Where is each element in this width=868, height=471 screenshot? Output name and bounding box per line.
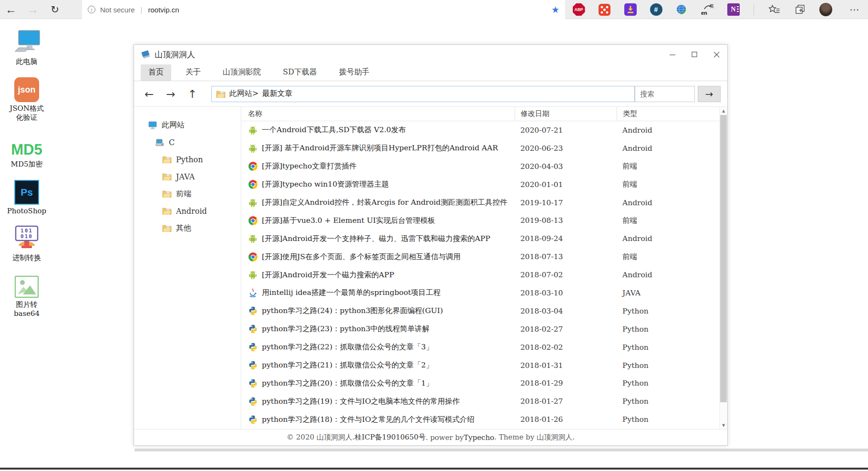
column-header-date[interactable]: 修改日期 xyxy=(515,107,617,121)
desktop-label: 化验证 xyxy=(16,113,38,122)
table-row[interactable]: python学习之路(23)：python3中的线程简单讲解 2018-02-2… xyxy=(241,320,727,338)
globe-extension-icon[interactable] xyxy=(675,3,688,16)
menu-tab[interactable]: 首页 xyxy=(141,64,171,81)
tree-item-label: C xyxy=(169,138,175,147)
menu-tab[interactable]: 关于 xyxy=(178,64,208,81)
file-type-icon xyxy=(248,198,258,208)
article-type: JAVA xyxy=(617,289,727,297)
downloader-extension-icon[interactable] xyxy=(624,3,637,16)
article-title: [开源]Android开发一个支持种子、磁力、迅雷下载和磁力搜索的APP xyxy=(262,234,490,244)
browser-forward-button[interactable]: → xyxy=(22,0,44,19)
browser-refresh-button[interactable]: ↻ xyxy=(44,0,66,19)
close-button[interactable] xyxy=(705,45,727,64)
collections-icon[interactable] xyxy=(794,3,806,16)
table-row[interactable]: [开源]基于vue3.0 + Element UI实现后台管理模板 2019-0… xyxy=(241,211,727,230)
tree-item[interactable]: 前端 xyxy=(134,185,241,202)
translate-extension-icon[interactable]: 英 en xyxy=(701,3,714,16)
table-row[interactable]: [开源]自定义Android控件，封装Arcgis for Android测距测… xyxy=(241,194,727,212)
desktop-icon-json-formatter[interactable]: json JSON格式 化验证 xyxy=(10,74,44,122)
article-date: 2019-08-13 xyxy=(515,216,617,225)
column-header-name[interactable]: 名称 xyxy=(241,107,515,121)
nav-up-button[interactable]: ↑ xyxy=(188,88,197,100)
table-row[interactable]: python学习之路(24)：python3图形化界面编程(GUI) 2018-… xyxy=(241,302,727,320)
chrome-icon xyxy=(248,252,258,262)
table-row[interactable]: [开源]typecho win10资源管理器主题 2020-01-01 前端 xyxy=(241,176,727,194)
window-controls xyxy=(661,45,727,64)
chrome-icon xyxy=(248,162,258,171)
tree-item[interactable]: Python xyxy=(134,151,241,168)
table-row[interactable]: python学习之路(22)：抓取微信公众号的文章「3」 2018-02-02 … xyxy=(241,338,727,356)
breadcrumb-location[interactable]: 此网站> xyxy=(229,89,258,99)
nav-forward-button[interactable]: → xyxy=(166,88,175,100)
table-row[interactable]: [开源]Android开发一个磁力搜索的APP 2018-07-02 Andro… xyxy=(241,266,727,284)
table-row[interactable]: [开源]使用JS在多个页面、多个标签页面之间相互通信与调用 2018-07-13… xyxy=(241,248,727,266)
tree-item[interactable]: 此网站 xyxy=(134,116,241,134)
security-label: Not secure xyxy=(100,6,135,14)
maximize-button[interactable] xyxy=(683,45,705,64)
footer-text-part: Typecho xyxy=(464,433,494,442)
table-row[interactable]: python学习之路(20)：抓取微信公众号的文章「1」 2018-01-29 … xyxy=(241,374,727,392)
search-go-button[interactable]: → xyxy=(698,86,721,102)
browser-settings-menu-icon[interactable]: ⋯ xyxy=(845,4,864,15)
dice-extension-icon[interactable] xyxy=(598,3,611,16)
list-scrollbar[interactable]: ▲ ▼ xyxy=(719,107,727,429)
browser-toolbar: ← → ↻ i Not secure | rootvip.cn ★ ABP # xyxy=(0,0,868,19)
table-row[interactable]: 用intellij idea搭建一个最简单的springboot项目工程 201… xyxy=(241,284,727,302)
menu-tab[interactable]: SD下载器 xyxy=(275,64,325,81)
tree-item[interactable]: C xyxy=(134,134,241,151)
profile-avatar[interactable] xyxy=(819,3,832,16)
breadcrumb-page[interactable]: 最新文章 xyxy=(262,89,292,99)
table-row[interactable]: [开源] 基于Android开源车牌识别项目HyperLPR打包的Android… xyxy=(241,139,727,157)
address-bar[interactable]: i Not secure | rootvip.cn ★ xyxy=(82,0,565,19)
table-row[interactable]: 一个Android下载工具,SD下载器 V2.0发布 2020-07-21 An… xyxy=(241,121,727,139)
tree-item[interactable]: 其他 xyxy=(134,220,241,237)
menu-tab[interactable]: 拨号助手 xyxy=(331,64,377,81)
scroll-down-arrow[interactable]: ▼ xyxy=(720,421,727,429)
browser-back-button[interactable]: ← xyxy=(0,0,22,19)
desktop-icon-image-to-base64[interactable]: 图片转 base64 xyxy=(14,271,40,318)
adblock-extension-icon[interactable]: ABP xyxy=(572,3,585,16)
file-type-icon xyxy=(248,216,258,225)
tree-item[interactable]: JAVA xyxy=(134,168,241,185)
menu-tab[interactable]: 山顶洞影院 xyxy=(215,64,269,81)
table-row[interactable]: python学习之路(18)：文件与IO之常见的几个文件读写模式介绍 2018-… xyxy=(241,410,727,429)
computer-icon xyxy=(148,121,157,129)
article-title: [开源]基于vue3.0 + Element UI实现后台管理模板 xyxy=(262,216,435,226)
android-icon xyxy=(248,144,257,153)
tree-item-label: Android xyxy=(176,207,207,216)
desktop-icon-this-pc[interactable]: 此电脑 xyxy=(12,28,41,66)
desktop-icon-md5[interactable]: MD5 MD5加密 xyxy=(11,130,43,169)
tree-item[interactable]: Android xyxy=(134,202,241,220)
article-type: Python xyxy=(617,415,727,424)
article-date: 2018-01-27 xyxy=(515,397,617,406)
article-title: python学习之路(19)：文件与IO之电脑本地文件的常用操作 xyxy=(262,397,460,407)
article-date: 2018-02-02 xyxy=(515,343,617,352)
column-header-type[interactable]: 类型 xyxy=(617,107,719,121)
hashtag-extension-icon[interactable]: # xyxy=(650,3,662,16)
article-date: 2018-09-24 xyxy=(515,234,617,243)
onenote-extension-icon[interactable]: N xyxy=(727,3,740,16)
desktop-icon-photoshop[interactable]: Ps PhotoShop xyxy=(7,177,46,216)
table-row[interactable]: [开源]typecho文章打赏插件 2020-04-03 前端 xyxy=(241,157,727,176)
table-row[interactable]: python学习之路(21)：抓取微信公众号的文章「2」 2018-01-31 … xyxy=(241,356,727,375)
article-title: [开源]typecho文章打赏插件 xyxy=(262,161,356,171)
file-type-icon xyxy=(248,126,258,135)
nav-back-button[interactable]: ← xyxy=(145,88,154,100)
site-info-icon[interactable]: i xyxy=(88,6,95,13)
drive-icon xyxy=(155,138,165,147)
table-row[interactable]: python学习之路(19)：文件与IO之电脑本地文件的常用操作 2018-01… xyxy=(241,392,727,410)
file-rows: 一个Android下载工具,SD下载器 V2.0发布 2020-07-21 An… xyxy=(241,121,727,429)
scrollbar-thumb[interactable] xyxy=(720,115,727,402)
file-type-icon xyxy=(248,306,258,316)
search-input[interactable] xyxy=(635,86,695,102)
favorites-hub-icon[interactable] xyxy=(768,3,781,16)
scroll-up-arrow[interactable]: ▲ xyxy=(720,107,727,115)
browser-horizontal-scrollbar[interactable] xyxy=(134,449,868,451)
desktop-icon-binary-converter[interactable]: 101 010 进制转换 xyxy=(12,224,41,262)
favorite-star-icon[interactable]: ★ xyxy=(551,4,559,15)
location-breadcrumb-bar[interactable]: 此网站> 最新文章 xyxy=(211,86,635,102)
window-titlebar[interactable]: 山顶洞洞人 xyxy=(134,45,727,64)
file-type-icon xyxy=(248,288,258,298)
table-row[interactable]: [开源]Android开发一个支持种子、磁力、迅雷下载和磁力搜索的APP 201… xyxy=(241,230,727,248)
minimize-button[interactable] xyxy=(661,45,683,64)
